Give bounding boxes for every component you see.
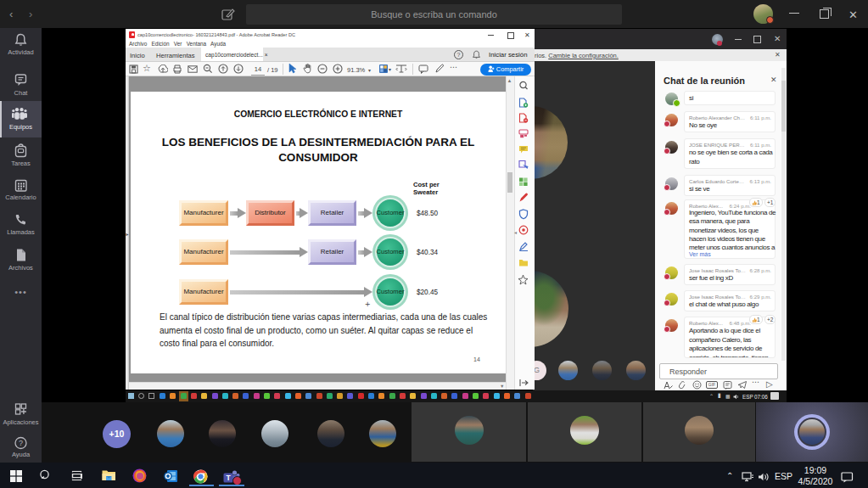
svg-text:T: T xyxy=(226,474,231,482)
svg-text:▾: ▾ xyxy=(389,67,391,72)
svg-text:?: ? xyxy=(19,439,23,447)
